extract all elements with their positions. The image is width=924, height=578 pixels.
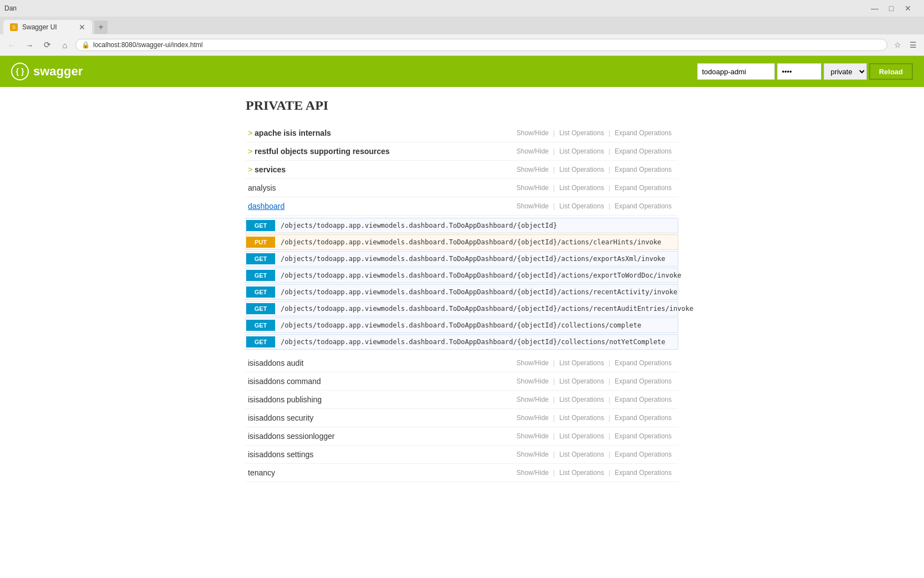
- endpoint-path-6[interactable]: /objects/todoapp.app.viewmodels.dashboar…: [275, 318, 647, 333]
- endpoint-row-5: GET/objects/todoapp.app.viewmodels.dashb…: [246, 301, 678, 316]
- show-hide-isisaddons-sessionlogger[interactable]: Show/Hide: [512, 432, 553, 440]
- section-isisaddons-security: isisaddons securityShow/Hide|List Operat…: [246, 409, 678, 427]
- section-name-isisaddons-security: isisaddons security: [248, 413, 512, 422]
- expand-ops-isisaddons-audit[interactable]: Expand Operations: [610, 359, 676, 367]
- list-ops-isisaddons-audit[interactable]: List Operations: [555, 359, 608, 367]
- endpoint-path-7[interactable]: /objects/todoapp.app.viewmodels.dashboar…: [275, 335, 671, 349]
- list-ops-isisaddons-security[interactable]: List Operations: [555, 414, 608, 422]
- swagger-logo-icon: { }: [11, 63, 29, 80]
- show-hide-tenancy[interactable]: Show/Hide: [512, 469, 553, 477]
- section-isisaddons-publishing: isisaddons publishingShow/Hide|List Oper…: [246, 391, 678, 409]
- section-row-services: > servicesShow/Hide|List Operations|Expa…: [246, 161, 678, 179]
- list-ops-restful-objects[interactable]: List Operations: [555, 147, 608, 155]
- forward-button[interactable]: →: [22, 38, 37, 52]
- expand-ops-services[interactable]: Expand Operations: [610, 166, 676, 173]
- home-button[interactable]: ⌂: [58, 38, 72, 52]
- list-ops-isisaddons-command[interactable]: List Operations: [555, 377, 608, 385]
- show-hide-isisaddons-security[interactable]: Show/Hide: [512, 414, 553, 422]
- address-bar[interactable]: 🔒 localhost:8080/swagger-ui/index.html: [75, 39, 887, 51]
- back-button[interactable]: ←: [4, 38, 19, 52]
- show-hide-restful-objects[interactable]: Show/Hide: [512, 147, 553, 155]
- method-badge-0[interactable]: GET: [246, 220, 275, 231]
- new-tab-button[interactable]: +: [94, 21, 108, 34]
- active-tab[interactable]: S Swagger UI ✕: [3, 20, 92, 34]
- section-actions-tenancy: Show/Hide|List Operations|Expand Operati…: [512, 469, 676, 477]
- expand-ops-tenancy[interactable]: Expand Operations: [610, 469, 676, 477]
- endpoint-row-1: PUT/objects/todoapp.app.viewmodels.dashb…: [246, 234, 678, 250]
- section-actions-isisaddons-publishing: Show/Hide|List Operations|Expand Operati…: [512, 396, 676, 403]
- api-url-input[interactable]: [697, 63, 775, 80]
- method-badge-7[interactable]: GET: [246, 336, 275, 347]
- show-hide-isisaddons-settings[interactable]: Show/Hide: [512, 451, 553, 458]
- section-actions-dashboard: Show/Hide|List Operations|Expand Operati…: [512, 202, 676, 210]
- method-badge-6[interactable]: GET: [246, 320, 275, 331]
- reload-page-button[interactable]: ⟳: [40, 38, 54, 52]
- show-hide-isisaddons-command[interactable]: Show/Hide: [512, 377, 553, 385]
- method-badge-5[interactable]: GET: [246, 303, 275, 314]
- section-label-services: services: [255, 165, 286, 174]
- endpoint-path-0[interactable]: /objects/todoapp.app.viewmodels.dashboar…: [275, 218, 563, 233]
- endpoint-row-0: GET/objects/todoapp.app.viewmodels.dashb…: [246, 218, 678, 233]
- close-button[interactable]: ✕: [901, 2, 915, 14]
- section-name-apache-isis-internals: > apache isis internals: [248, 129, 512, 137]
- list-ops-tenancy[interactable]: List Operations: [555, 469, 608, 477]
- visibility-select[interactable]: private public: [824, 63, 867, 80]
- expand-ops-isisaddons-sessionlogger[interactable]: Expand Operations: [610, 432, 676, 440]
- list-ops-services[interactable]: List Operations: [555, 166, 608, 173]
- endpoint-path-4[interactable]: /objects/todoapp.app.viewmodels.dashboar…: [275, 285, 683, 299]
- expand-ops-isisaddons-security[interactable]: Expand Operations: [610, 414, 676, 422]
- section-link-dashboard[interactable]: dashboard: [248, 202, 285, 211]
- list-ops-isisaddons-publishing[interactable]: List Operations: [555, 396, 608, 403]
- expand-ops-analysis[interactable]: Expand Operations: [610, 184, 676, 192]
- section-name-isisaddons-publishing: isisaddons publishing: [248, 395, 512, 404]
- section-actions-apache-isis-internals: Show/Hide|List Operations|Expand Operati…: [512, 129, 676, 137]
- show-hide-dashboard[interactable]: Show/Hide: [512, 202, 553, 210]
- section-dashboard: dashboardShow/Hide|List Operations|Expan…: [246, 197, 678, 350]
- menu-button[interactable]: ☰: [906, 38, 920, 52]
- show-hide-services[interactable]: Show/Hide: [512, 166, 553, 173]
- method-badge-4[interactable]: GET: [246, 287, 275, 298]
- list-ops-apache-isis-internals[interactable]: List Operations: [555, 129, 608, 137]
- section-row-analysis: analysisShow/Hide|List Operations|Expand…: [246, 179, 678, 197]
- show-hide-isisaddons-audit[interactable]: Show/Hide: [512, 359, 553, 367]
- expand-ops-isisaddons-command[interactable]: Expand Operations: [610, 377, 676, 385]
- reload-button[interactable]: Reload: [869, 63, 913, 80]
- page-title: PRIVATE API: [246, 98, 678, 113]
- section-name-isisaddons-command: isisaddons command: [248, 377, 512, 386]
- minimize-button[interactable]: —: [867, 2, 882, 14]
- method-badge-2[interactable]: GET: [246, 253, 275, 264]
- section-isisaddons-command: isisaddons commandShow/Hide|List Operati…: [246, 372, 678, 391]
- section-name-isisaddons-settings: isisaddons settings: [248, 450, 512, 459]
- section-row-dashboard: dashboardShow/Hide|List Operations|Expan…: [246, 197, 678, 216]
- method-badge-3[interactable]: GET: [246, 270, 275, 281]
- section-actions-isisaddons-settings: Show/Hide|List Operations|Expand Operati…: [512, 451, 676, 458]
- show-hide-analysis[interactable]: Show/Hide: [512, 184, 553, 192]
- endpoint-row-4: GET/objects/todoapp.app.viewmodels.dashb…: [246, 284, 678, 300]
- list-ops-isisaddons-sessionlogger[interactable]: List Operations: [555, 432, 608, 440]
- endpoint-row-2: GET/objects/todoapp.app.viewmodels.dashb…: [246, 251, 678, 267]
- endpoint-path-2[interactable]: /objects/todoapp.app.viewmodels.dashboar…: [275, 252, 671, 266]
- expand-ops-dashboard[interactable]: Expand Operations: [610, 202, 676, 210]
- expand-ops-isisaddons-publishing[interactable]: Expand Operations: [610, 396, 676, 403]
- show-hide-apache-isis-internals[interactable]: Show/Hide: [512, 129, 553, 137]
- expand-ops-restful-objects[interactable]: Expand Operations: [610, 147, 676, 155]
- window-controls: — □ ✕: [863, 2, 920, 14]
- api-key-input[interactable]: [777, 63, 821, 80]
- list-ops-dashboard[interactable]: List Operations: [555, 202, 608, 210]
- endpoint-path-5[interactable]: /objects/todoapp.app.viewmodels.dashboar…: [275, 301, 699, 316]
- tab-close-button[interactable]: ✕: [79, 23, 85, 32]
- show-hide-isisaddons-publishing[interactable]: Show/Hide: [512, 396, 553, 403]
- endpoint-path-3[interactable]: /objects/todoapp.app.viewmodels.dashboar…: [275, 268, 687, 283]
- section-name-isisaddons-audit: isisaddons audit: [248, 359, 512, 367]
- endpoint-path-1[interactable]: /objects/todoapp.app.viewmodels.dashboar…: [275, 235, 667, 249]
- list-ops-isisaddons-settings[interactable]: List Operations: [555, 451, 608, 458]
- maximize-button[interactable]: □: [884, 2, 898, 14]
- list-ops-analysis[interactable]: List Operations: [555, 184, 608, 192]
- section-restful-objects: > restful objects supporting resourcesSh…: [246, 142, 678, 161]
- bookmark-button[interactable]: ☆: [891, 38, 904, 52]
- method-badge-1[interactable]: PUT: [246, 237, 275, 248]
- expand-ops-isisaddons-settings[interactable]: Expand Operations: [610, 451, 676, 458]
- expand-ops-apache-isis-internals[interactable]: Expand Operations: [610, 129, 676, 137]
- section-label-restful-objects: restful objects supporting resources: [255, 147, 390, 156]
- section-actions-restful-objects: Show/Hide|List Operations|Expand Operati…: [512, 147, 676, 155]
